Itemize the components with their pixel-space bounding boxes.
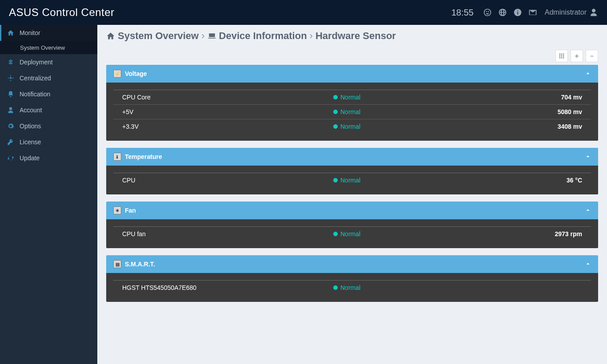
home-icon (6, 28, 15, 37)
mail-icon[interactable] (528, 8, 538, 17)
sidebar-item-label: License (20, 138, 41, 146)
panel-fan: ✷ Fan CPU fan Normal 2973 rpm (106, 202, 598, 248)
sensor-status: Normal (333, 284, 449, 291)
panel-header-smart[interactable]: ▤ S.M.A.R.T. (106, 255, 598, 273)
expand-all-button[interactable]: ＋ (571, 50, 583, 62)
thermometer-icon: 🌡 (113, 153, 121, 161)
sidebar-item-options[interactable]: Options (0, 118, 97, 134)
table-row: +5V Normal 5080 mv (113, 105, 591, 119)
chevron-up-icon[interactable] (585, 207, 591, 214)
status-dot-icon (333, 285, 338, 290)
sensor-status: Normal (333, 94, 449, 101)
panel-title: S.M.A.R.T. (125, 261, 155, 268)
voltage-icon: ⚡ (113, 70, 121, 78)
sitemap-icon (6, 58, 15, 67)
sensor-name: +5V (122, 108, 333, 115)
account-icon (6, 106, 15, 115)
status-dot-icon (333, 95, 338, 99)
sensor-name: +3.3V (122, 123, 333, 130)
bell-icon (6, 90, 15, 99)
collapse-all-button[interactable]: － (586, 50, 598, 62)
breadcrumb-system-overview[interactable]: System Overview (106, 30, 199, 42)
top-header: ASUS Control Center 18:55 Administrator (0, 0, 607, 25)
sensor-status: Normal (333, 123, 449, 130)
breadcrumb: System Overview › Device Information › H… (106, 30, 598, 42)
fan-icon: ✷ (113, 206, 121, 214)
info-icon[interactable] (513, 8, 523, 17)
panel-smart: ▤ S.M.A.R.T. HGST HTS545050A7E680 Normal (106, 255, 598, 302)
table-row: +3.3V Normal 3408 mv (113, 119, 591, 134)
panel-header-fan[interactable]: ✷ Fan (106, 202, 598, 219)
sidebar-item-update[interactable]: Update (0, 150, 97, 166)
key-icon (6, 138, 15, 146)
sidebar-sub-system-overview[interactable]: System Overview (0, 41, 97, 54)
panel-temperature: 🌡 Temperature CPU Normal 36 °C (106, 148, 598, 194)
panel-header-temperature[interactable]: 🌡 Temperature (106, 148, 598, 166)
panel-body-fan: CPU fan Normal 2973 rpm (106, 219, 598, 248)
sidebar-item-account[interactable]: Account (0, 102, 97, 118)
sidebar-item-label: Notification (20, 91, 50, 98)
chevron-up-icon[interactable] (585, 261, 591, 268)
panel-voltage: ⚡ Voltage CPU Core Normal 704 mv +5V Nor… (106, 65, 598, 141)
sidebar-item-deployment[interactable]: Deployment (0, 54, 97, 70)
home-icon (106, 32, 115, 40)
sidebar: Monitor System Overview Deployment Centr… (0, 25, 97, 364)
sensor-name: HGST HTS545050A7E680 (122, 284, 333, 291)
sidebar-sub-label: System Overview (20, 44, 65, 51)
username-label: Administrator (545, 8, 587, 16)
panel-body-temperature: CPU Normal 36 °C (106, 166, 598, 194)
panel-title: Temperature (125, 153, 162, 160)
sensor-status: Normal (333, 177, 449, 184)
table-row: HGST HTS545050A7E680 Normal (113, 281, 591, 295)
panel-body-voltage: CPU Core Normal 704 mv +5V Normal 5080 m… (106, 83, 598, 141)
breadcrumb-separator: › (201, 30, 204, 42)
panel-title: Fan (125, 207, 136, 214)
sidebar-item-centralized[interactable]: Centralized (0, 70, 97, 86)
sidebar-item-license[interactable]: License (0, 134, 97, 150)
status-dot-icon (333, 124, 338, 129)
status-dot-icon (333, 232, 338, 236)
brand-logo: ASUS Control Center (9, 6, 115, 19)
chevron-up-icon[interactable] (585, 153, 591, 161)
refresh-icon (6, 154, 15, 162)
panel-header-voltage[interactable]: ⚡ Voltage (106, 65, 598, 83)
sensor-value: 3408 mv (449, 123, 582, 130)
sensor-name: CPU Core (122, 94, 333, 101)
sidebar-item-label: Monitor (20, 29, 40, 36)
sidebar-item-label: Update (20, 154, 40, 162)
sidebar-item-notification[interactable]: Notification (0, 86, 97, 102)
user-icon (589, 8, 598, 17)
status-dot-icon (333, 110, 338, 114)
breadcrumb-hardware-sensor: Hardware Sensor (315, 30, 396, 42)
disk-icon: ▤ (113, 260, 121, 268)
table-row: CPU Normal 36 °C (113, 173, 591, 187)
sensor-value: 36 °C (449, 177, 582, 184)
sensor-status: Normal (333, 230, 449, 237)
sensor-name: CPU (122, 177, 333, 184)
panel-title: Voltage (125, 70, 147, 77)
status-dot-icon (333, 178, 338, 182)
breadcrumb-separator: › (310, 30, 313, 42)
user-menu[interactable]: Administrator (545, 8, 598, 17)
clock: 18:55 (451, 8, 474, 18)
sensor-value: 5080 mv (449, 108, 582, 115)
target-icon (6, 74, 15, 83)
gear-icon (6, 122, 15, 131)
sidebar-item-label: Account (20, 107, 42, 114)
globe-icon[interactable] (498, 8, 507, 17)
panel-body-smart: HGST HTS545050A7E680 Normal (106, 273, 598, 302)
sensor-value: 704 mv (449, 94, 582, 101)
sensor-status: Normal (333, 108, 449, 115)
smile-icon[interactable] (483, 8, 492, 17)
sidebar-item-label: Deployment (20, 59, 53, 66)
main-content: System Overview › Device Information › H… (97, 25, 607, 364)
sidebar-item-label: Centralized (20, 75, 51, 82)
view-toolbar: ＋ － (106, 50, 598, 62)
sidebar-item-monitor[interactable]: Monitor (0, 25, 97, 41)
sensor-value: 2973 rpm (449, 230, 582, 237)
breadcrumb-device-information[interactable]: Device Information (208, 30, 307, 42)
table-row: CPU fan Normal 2973 rpm (113, 227, 591, 241)
chevron-up-icon[interactable] (585, 70, 591, 78)
grid-view-button[interactable] (555, 50, 568, 62)
table-row: CPU Core Normal 704 mv (113, 90, 591, 105)
